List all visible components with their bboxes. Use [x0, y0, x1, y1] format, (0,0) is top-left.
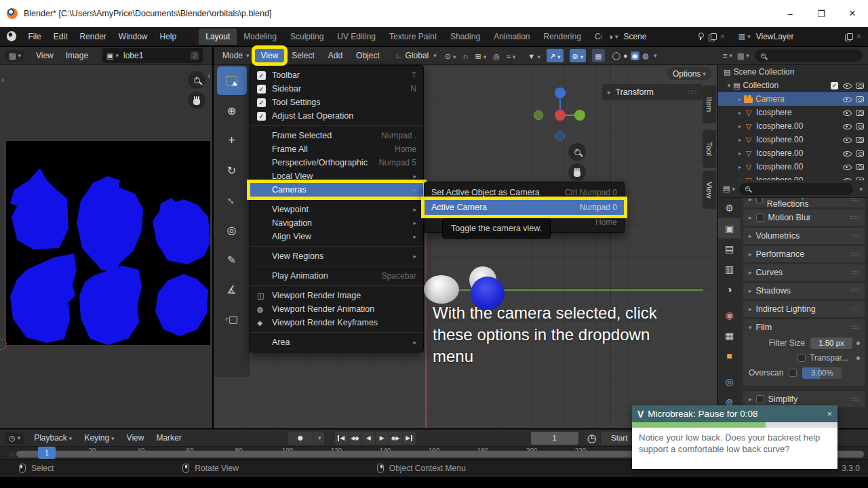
current-frame-field[interactable]: 1: [531, 432, 578, 445]
tool-move[interactable]: +: [217, 126, 247, 155]
tool-cursor[interactable]: ⊕: [217, 96, 247, 125]
menu-item-adjust-last-operation[interactable]: ✓Adjust Last Operation: [250, 109, 423, 123]
properties-tab-world[interactable]: ◉: [718, 305, 741, 325]
workspace-tab-modeling[interactable]: Modeling: [237, 28, 283, 45]
drag-handle-icon[interactable]: ∷∷: [851, 396, 860, 403]
pan-button[interactable]: [188, 92, 205, 109]
checkbox-checked-icon[interactable]: ✓: [257, 112, 266, 121]
outliner-object-icosphere-00[interactable]: ▸▽Icosphere.00: [718, 119, 868, 133]
scrollbar-knob[interactable]: [9, 451, 16, 458]
drag-handle-icon[interactable]: ∷∷: [851, 287, 860, 294]
workspace-tab-uv-editing[interactable]: UV Editing: [330, 28, 382, 45]
tool-transform[interactable]: ◎: [217, 216, 247, 244]
film-header[interactable]: ▾ Film ∷∷: [743, 319, 865, 336]
checkbox-checked-icon[interactable]: ✓: [257, 98, 266, 107]
image-users-count[interactable]: 2: [191, 52, 199, 60]
viewport-menu-object[interactable]: Object: [350, 49, 386, 62]
gizmo-minus-z-axis[interactable]: [555, 131, 565, 141]
hide-icon[interactable]: [842, 95, 852, 103]
properties-tab-object[interactable]: ■: [718, 346, 741, 366]
gizmo-x-axis[interactable]: [555, 110, 566, 121]
options-button[interactable]: Options▾: [667, 67, 711, 80]
tool-annotate[interactable]: ✎: [217, 245, 247, 274]
properties-tab-tool[interactable]: ⚙: [718, 198, 741, 218]
menu-item-align-view[interactable]: Align View▸: [250, 230, 423, 243]
expand-icon[interactable]: ▸: [736, 123, 744, 129]
drag-handle-icon[interactable]: ∷∷: [851, 269, 860, 276]
outliner-scene-collection[interactable]: ▤Scene Collection: [718, 65, 868, 79]
hide-icon[interactable]: [842, 81, 852, 89]
play-reverse-button[interactable]: ◀: [362, 432, 375, 445]
workspace-tab-shading[interactable]: Shading: [443, 28, 487, 45]
gizmo-minus-y-axis[interactable]: [534, 110, 543, 120]
menu-item-perspective-orthographic[interactable]: Perspective/OrthographicNumpad 5: [250, 156, 423, 169]
new-scene-icon[interactable]: [709, 33, 715, 40]
tool-select-box[interactable]: [217, 66, 247, 95]
menu-item-frame-selected[interactable]: Frame SelectedNumpad .: [250, 129, 423, 142]
outliner-object-icosphere-00[interactable]: ▸▽Icosphere.00: [718, 146, 868, 160]
tool-scale[interactable]: ↔: [217, 186, 247, 214]
timeline-editor-type[interactable]: ◷▾: [5, 432, 24, 444]
menu-item-viewport-render-image[interactable]: ◫Viewport Render Image: [250, 289, 423, 302]
outliner-object-icosphere-00[interactable]: ▸▽Icosphere.00: [718, 174, 868, 180]
hide-icon[interactable]: [842, 163, 852, 171]
checkbox[interactable]: [756, 214, 764, 222]
outliner-search[interactable]: [755, 49, 863, 62]
gizmo-y-axis[interactable]: [574, 110, 585, 121]
sidebar-tab-view[interactable]: View: [703, 171, 716, 209]
navigation-gizmo[interactable]: [532, 85, 593, 146]
checkbox[interactable]: [756, 395, 764, 403]
menu-item-viewport-render-animation[interactable]: ◍Viewport Render Animation: [250, 302, 423, 316]
mode-selector[interactable]: Mode▾: [216, 49, 250, 62]
checkbox-checked-icon[interactable]: ✓: [257, 85, 266, 94]
menu-item-navigation[interactable]: Navigation▸: [250, 216, 423, 230]
menu-render[interactable]: Render: [73, 29, 112, 44]
new-view-layer-icon[interactable]: [845, 33, 852, 40]
show-gizmo-toggle[interactable]: ↗▾: [547, 49, 564, 62]
stopwatch-icon[interactable]: ◷: [584, 432, 600, 445]
menu-item-local-view[interactable]: Local View▸: [250, 169, 423, 183]
properties-tab-collection[interactable]: ▦: [718, 325, 741, 346]
rendered-shading-icon[interactable]: ◍: [642, 52, 649, 60]
menu-help[interactable]: Help: [154, 29, 183, 44]
workspace-tab-layout[interactable]: Layout: [199, 28, 237, 45]
image-datablock-selector[interactable]: ▣▾ lobe1 2: [102, 48, 203, 63]
snap-target-selector[interactable]: ⊞▾: [475, 49, 486, 62]
workspace-tab-animation[interactable]: Animation: [487, 28, 536, 45]
overscan-checkbox[interactable]: [789, 369, 797, 377]
wireframe-shading-icon[interactable]: ◯: [612, 52, 620, 60]
expand-icon[interactable]: ▸: [736, 164, 744, 170]
keyframe-dot-icon[interactable]: [856, 342, 860, 345]
section-screen-space-reflections[interactable]: ▸ Screen Space Reflections ∷∷: [743, 198, 865, 207]
pin-icon[interactable]: [697, 33, 704, 41]
drag-handle-icon[interactable]: ∷∷: [851, 324, 860, 331]
keying-options-button[interactable]: ▾: [313, 432, 324, 445]
workspace-tab-compositing[interactable]: Compositing: [588, 28, 601, 45]
expand-icon[interactable]: ▸: [736, 110, 744, 116]
timeline-menu-keying[interactable]: Keying▾: [78, 431, 120, 445]
menu-edit[interactable]: Edit: [47, 29, 74, 44]
transform-panel-header[interactable]: ▸ Transform ∷∷: [602, 84, 703, 100]
menu-item-viewport-render-keyframes[interactable]: ◈Viewport Render Keyframes: [250, 316, 423, 329]
timeline-menu-marker[interactable]: Marker: [150, 431, 187, 445]
proportional-editing-toggle[interactable]: ◎: [493, 49, 500, 62]
properties-tab-output[interactable]: ▤: [718, 239, 741, 259]
checkbox[interactable]: [756, 198, 763, 203]
sidebar-tab-item[interactable]: Item: [703, 85, 716, 123]
keyframe-dot-icon[interactable]: [856, 357, 860, 360]
exclude-checkbox[interactable]: ✓: [831, 82, 838, 89]
menu-item-toolbar[interactable]: ✓ToolbarT: [250, 68, 423, 82]
minimize-button[interactable]: –: [774, 0, 806, 27]
drag-handle-icon[interactable]: ∷∷: [851, 214, 860, 221]
zoom-button[interactable]: [568, 143, 586, 161]
view-layer-selector[interactable]: ▥▾ ViewLayer ×: [734, 29, 865, 44]
overscan-slider[interactable]: 3.00%: [802, 367, 842, 379]
maximize-button[interactable]: ❐: [806, 0, 837, 27]
jump-to-start-button[interactable]: ◀: [335, 432, 348, 445]
timeline-menu-view[interactable]: View: [121, 431, 151, 445]
drag-handle-icon[interactable]: ∷∷: [851, 251, 860, 258]
tool-add-cube[interactable]: +▢: [217, 305, 247, 333]
outliner-object-icosphere-00[interactable]: ▸▽Icosphere.00: [718, 160, 868, 174]
outliner-object-icosphere-00[interactable]: ▸▽Icosphere.00: [718, 133, 868, 146]
close-icon[interactable]: ×: [827, 409, 832, 419]
